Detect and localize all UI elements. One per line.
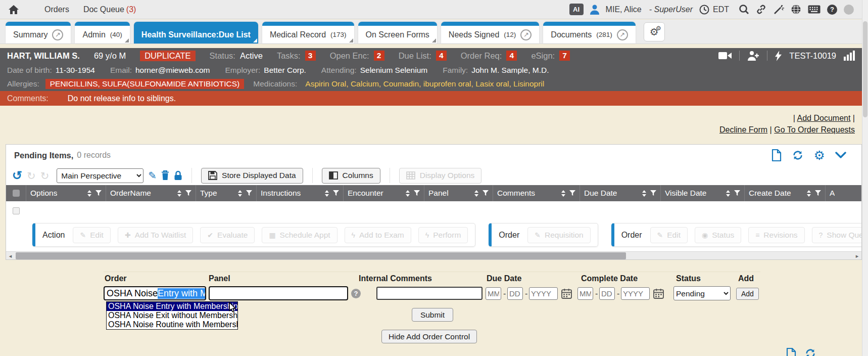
sort-icon[interactable]	[726, 190, 730, 197]
open-in-new-icon[interactable]: ↗	[617, 29, 628, 40]
sort-icon[interactable]	[177, 190, 181, 197]
collapse-chevron-icon[interactable]	[835, 152, 846, 159]
due-date-mm-input[interactable]	[486, 287, 501, 300]
filter-funnel-icon[interactable]	[815, 190, 821, 196]
column-header-panel[interactable]: Panel	[424, 185, 493, 201]
due-date-dd-input[interactable]	[507, 287, 523, 300]
column-header-due-date[interactable]: Due Date	[580, 185, 661, 201]
submit-button[interactable]: Submit	[412, 308, 453, 322]
suggestion-option[interactable]: OSHA Noise Exit without Membership	[107, 311, 237, 320]
add-to-waitlist-button[interactable]: ✚Add To Waitlist	[118, 227, 193, 243]
delete-perspective-trash-icon[interactable]	[161, 170, 169, 181]
sort-icon[interactable]	[87, 190, 91, 197]
column-header-visible-date[interactable]: Visible Date	[661, 185, 745, 201]
columns-button[interactable]: Columns	[322, 168, 380, 184]
clock-icon[interactable]	[699, 5, 709, 15]
home-icon[interactable]	[8, 5, 19, 15]
filter-funnel-icon[interactable]	[483, 190, 489, 196]
column-header-encounter[interactable]: Encounter	[344, 185, 424, 201]
tab-on-screen-forms[interactable]: On Screen Forms	[358, 22, 437, 43]
counter-badge[interactable]: 3	[305, 51, 316, 61]
suggestion-option[interactable]: OSHA Noise Entry with Membership	[107, 302, 237, 311]
complete-date-dd-input[interactable]	[599, 287, 615, 300]
filter-funnel-icon[interactable]	[95, 190, 102, 196]
go-to-order-requests-link[interactable]: Go To Order Requests	[774, 125, 855, 134]
sort-icon[interactable]	[325, 190, 329, 197]
presence-indicator[interactable]	[844, 5, 854, 15]
internal-comments-input[interactable]	[376, 287, 483, 300]
column-header-instructions[interactable]: Instructions	[257, 185, 344, 201]
refresh-icon[interactable]	[792, 150, 804, 161]
filter-funnel-icon[interactable]	[333, 190, 339, 196]
column-header-a[interactable]: A	[826, 185, 861, 201]
status-button[interactable]: ◉Status	[695, 227, 741, 243]
counter-badge[interactable]: 4	[436, 51, 447, 61]
tab-settings-gears-icon[interactable]: ⚙⚙	[644, 22, 665, 41]
keyboard-icon[interactable]	[808, 5, 821, 14]
search-icon[interactable]	[739, 4, 749, 15]
counter-badge[interactable]: 4	[506, 51, 517, 61]
new-document-icon[interactable]	[786, 348, 796, 356]
column-header-ordername[interactable]: OrderName	[106, 185, 196, 201]
nav-doc-queue[interactable]: Doc Queue(3)	[83, 5, 136, 14]
lightning-bolt-icon[interactable]	[775, 51, 782, 61]
add-to-exam-button[interactable]: ϟAdd to Exam	[345, 227, 411, 243]
new-document-icon[interactable]	[771, 149, 782, 161]
evaluate-button[interactable]: ✔Evaluate	[200, 227, 255, 243]
perform-button[interactable]: ϟPerform	[418, 227, 468, 243]
suggestion-option[interactable]: OSHA Noise Routine with Membership	[107, 320, 237, 329]
display-options-button[interactable]: Display Options	[399, 168, 482, 184]
requisition-button[interactable]: ✎Requisition	[527, 227, 590, 243]
horizontal-scrollbar[interactable]: ◂ ▸	[6, 251, 861, 260]
revisions-button[interactable]: ≡Revisions	[748, 227, 804, 243]
vertical-scrollbar-thumb[interactable]	[863, 21, 867, 117]
perspective-select[interactable]: Main Perspective	[57, 168, 143, 183]
status-select[interactable]: Pending	[673, 286, 731, 300]
tab-admin[interactable]: Admin(40)	[75, 22, 129, 43]
select-all-checkbox[interactable]	[6, 185, 26, 201]
order-autocomplete-input[interactable]: OSHA Noise Entry with Mem	[104, 286, 206, 300]
add-person-icon[interactable]	[747, 51, 759, 61]
panel-help-icon[interactable]: ?	[351, 289, 361, 298]
complete-date-mm-input[interactable]	[577, 287, 593, 300]
duplicate-badge[interactable]: DUPLICATE	[140, 51, 195, 61]
column-header-comments[interactable]: Comments	[493, 185, 580, 201]
complete-date-yyyy-input[interactable]	[621, 287, 650, 300]
add-order-button[interactable]: Add	[736, 288, 759, 300]
lock-perspective-icon[interactable]	[174, 170, 182, 181]
tab-medical-record[interactable]: Medical Record(173)	[262, 22, 354, 43]
decline-form-link[interactable]: Decline Form	[719, 125, 767, 134]
complete-date-calendar-icon[interactable]	[653, 288, 664, 299]
counter-badge[interactable]: 7	[559, 51, 570, 61]
nav-orders[interactable]: Orders	[44, 5, 69, 14]
panel-input[interactable]	[209, 286, 348, 300]
tab-health-surveillance-due-list[interactable]: Health Surveillance:Due List	[134, 22, 258, 43]
tab-needs-signed[interactable]: Needs Signed(12)↗	[441, 22, 540, 43]
sort-icon[interactable]	[642, 190, 646, 197]
scrollbar-thumb[interactable]	[16, 252, 626, 259]
sort-icon[interactable]	[238, 190, 242, 197]
scroll-left-arrow[interactable]: ◂	[6, 252, 15, 260]
user-name[interactable]: MIE, Alice	[606, 5, 642, 14]
store-displayed-data-button[interactable]: Store Displayed Data	[201, 168, 303, 184]
open-in-new-icon[interactable]: ↗	[520, 29, 532, 40]
filter-funnel-icon[interactable]	[650, 190, 656, 196]
redo-icon-disabled[interactable]: ↻	[27, 170, 36, 181]
hide-add-order-control-button[interactable]: Hide Add Order Control	[381, 330, 477, 343]
show-questions-button[interactable]: ?Show Questions	[812, 227, 862, 243]
video-camera-icon[interactable]	[718, 52, 732, 60]
sort-icon[interactable]	[474, 190, 478, 197]
sort-icon[interactable]	[561, 190, 565, 197]
column-header-type[interactable]: Type	[196, 185, 257, 201]
filter-funnel-icon[interactable]	[569, 190, 575, 196]
sort-icon[interactable]	[807, 190, 811, 197]
filter-funnel-icon[interactable]	[246, 190, 252, 196]
gear-icon[interactable]: ⚙	[814, 149, 825, 162]
schedule-appt-button[interactable]: ▦Schedule Appt	[262, 227, 337, 243]
link-icon[interactable]	[756, 4, 766, 15]
ai-badge[interactable]: AI	[569, 4, 584, 15]
edit-perspective-pencil-icon[interactable]: ✎	[148, 169, 157, 182]
column-header-create-date[interactable]: Create Date	[745, 185, 826, 201]
column-header-options[interactable]: Options	[26, 185, 106, 201]
allergies-badge[interactable]: PENICILLINS, SULFA(SULFONAMIDE ANTIBIOTI…	[45, 79, 245, 89]
